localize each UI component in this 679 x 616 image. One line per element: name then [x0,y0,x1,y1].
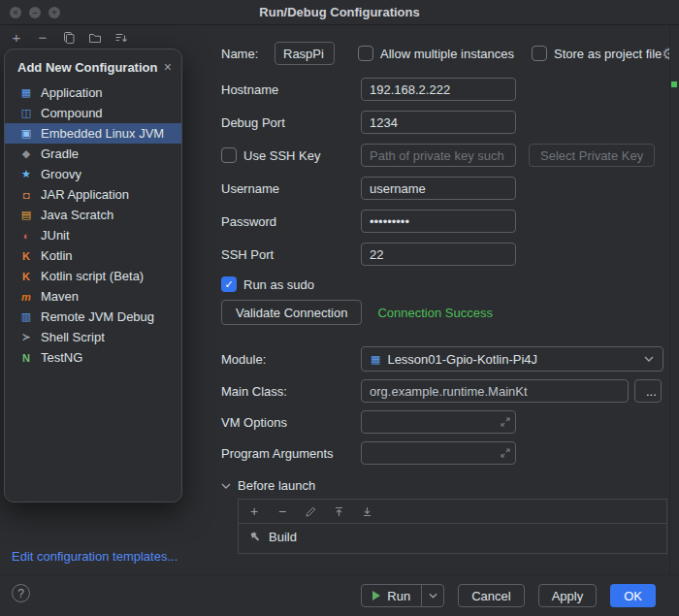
move-task-down-icon[interactable] [360,504,373,518]
groovy-icon: ★ [18,168,34,180]
run-dropdown-button[interactable] [422,585,443,606]
hostname-row: Hostname [221,78,669,101]
zoom-window-button[interactable]: + [48,7,60,18]
run-button[interactable]: Run [362,585,421,606]
module-select[interactable]: ▦ Lesson01-Gpio-Kotlin-Pi4J [361,346,663,372]
change-marker [671,81,677,87]
build-task-label: Build [269,530,297,544]
move-task-up-icon[interactable] [332,504,345,518]
config-type-maven[interactable]: mMaven [5,286,181,307]
module-icon: ▦ [371,353,380,366]
add-task-button[interactable]: + [247,504,261,518]
run-button-group: Run [361,584,444,607]
config-type-kotlin-script-beta-[interactable]: KKotlin script (Beta) [5,266,181,286]
embedded-linux-jvm-icon: ▣ [18,127,34,140]
config-type-testng[interactable]: NTestNG [5,347,181,368]
program-arguments-label: Program Arguments [221,446,361,461]
settings-gear-icon[interactable]: ⚙ [662,45,669,63]
add-configuration-button[interactable]: + [9,30,24,46]
name-row: Name: Allow multiple instances Store as … [221,42,669,65]
allow-multiple-group: Allow multiple instances [358,46,514,61]
config-type-java-scratch[interactable]: ▤Java Scratch [5,205,181,225]
cancel-button[interactable]: Cancel [458,584,524,607]
config-type-shell-script[interactable]: ≻Shell Script [5,327,181,347]
save-configuration-folder-icon[interactable] [87,30,103,46]
debug-port-input[interactable] [361,111,516,134]
password-input[interactable] [361,210,516,233]
debug-port-row: Debug Port [221,111,669,134]
ok-button[interactable]: OK [610,584,656,607]
minimize-window-button[interactable]: – [29,7,41,18]
hostname-input[interactable] [361,78,516,101]
config-type-compound[interactable]: ◫Compound [5,103,181,123]
use-ssh-key-label[interactable]: Use SSH Key [243,148,320,163]
config-type-kotlin[interactable]: KKotlin [5,245,181,266]
config-type-label: Kotlin script (Beta) [41,269,144,283]
vm-options-input[interactable] [361,410,516,434]
testng-icon: N [18,352,34,364]
main-class-input[interactable] [361,379,629,403]
expand-editor-icon[interactable] [500,416,511,428]
window-title: Run/Debug Configurations [259,5,419,19]
config-type-jar-application[interactable]: ◘JAR Application [5,184,181,205]
private-key-path-input[interactable] [361,144,516,167]
before-launch-toolbar: + − [239,500,666,524]
copy-configuration-icon[interactable] [61,30,77,46]
config-type-groovy[interactable]: ★Groovy [5,164,181,184]
allow-multiple-instances-label[interactable]: Allow multiple instances [380,47,514,61]
vm-options-label: VM Options [221,415,361,430]
run-as-sudo-checkbox[interactable]: ✓ [221,276,237,292]
ssh-port-input[interactable] [361,243,516,266]
help-button[interactable]: ? [12,584,30,602]
browse-main-class-button[interactable]: ... [634,379,662,403]
name-input[interactable] [275,42,335,65]
config-type-label: Groovy [41,167,81,181]
collapse-chevron-icon [221,483,231,489]
username-input[interactable] [361,177,516,200]
config-type-junit[interactable]: ◐JUnit [5,225,181,245]
check-icon: ✓ [224,278,233,291]
password-row: Password [221,210,669,233]
ssh-port-label: SSH Port [221,247,361,262]
module-label: Module: [221,352,361,367]
close-popup-icon[interactable]: × [164,59,172,75]
allow-multiple-instances-checkbox[interactable] [358,46,373,61]
before-launch-header[interactable]: Before launch [221,478,669,493]
config-type-gradle[interactable]: ◆Gradle [5,144,181,164]
sort-configurations-icon[interactable] [113,30,129,46]
select-private-key-button[interactable]: Select Private Key [529,144,655,167]
validate-connection-button[interactable]: Validate Connection [221,300,362,325]
remove-configuration-button[interactable]: − [35,30,50,46]
config-type-label: Remote JVM Debug [41,309,154,324]
chevron-down-icon [644,356,654,362]
close-window-button[interactable]: × [10,7,21,18]
application-icon: ▦ [18,86,34,99]
program-arguments-row: Program Arguments [221,441,669,465]
run-as-sudo-label[interactable]: Run as sudo [243,277,314,292]
connection-status-text: Connection Success [377,306,493,320]
remote-jvm-debug-icon: ▥ [18,310,34,323]
program-arguments-input[interactable] [361,441,516,465]
remove-task-button[interactable]: − [275,504,289,518]
apply-button[interactable]: Apply [538,584,598,607]
ssh-port-row: SSH Port [221,243,669,266]
config-type-application[interactable]: ▦Application [5,82,181,103]
expand-editor-icon[interactable] [500,447,511,459]
config-type-label: TestNG [41,350,82,365]
edit-task-pencil-icon[interactable] [304,504,317,518]
config-type-list: ▦Application◫Compound▣Embedded Linux JVM… [5,82,181,368]
play-icon [372,591,380,600]
kotlin-icon: K [18,250,34,262]
store-as-project-file-label[interactable]: Store as project file [554,47,662,61]
compound-icon: ◫ [18,107,34,119]
config-type-label: Compound [41,106,103,120]
config-type-embedded-linux-jvm[interactable]: ▣Embedded Linux JVM [5,123,181,144]
run-as-sudo-row: ✓ Run as sudo [221,274,669,295]
before-launch-task-list: + − Build [238,499,667,554]
titlebar: × – + Run/Debug Configurations [0,0,679,25]
edit-configuration-templates-link[interactable]: Edit configuration templates... [12,549,178,564]
use-ssh-key-checkbox[interactable] [221,147,237,163]
config-type-remote-jvm-debug[interactable]: ▥Remote JVM Debug [5,307,181,327]
store-as-project-file-checkbox[interactable] [532,46,547,61]
build-task-item[interactable]: Build [239,524,666,549]
